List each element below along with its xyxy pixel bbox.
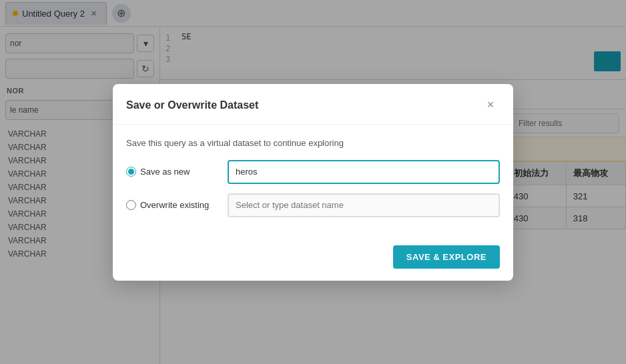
save-as-new-row: Save as new [126,160,500,184]
overwrite-existing-label[interactable]: Overwrite existing [126,200,220,210]
modal-footer: SAVE & EXPLORE [113,237,513,281]
save-and-explore-button[interactable]: SAVE & EXPLORE [393,245,500,269]
overwrite-existing-radio[interactable] [126,200,136,210]
modal-header: Save or Overwrite Dataset × [113,84,513,125]
overwrite-dataset-input[interactable] [228,193,500,217]
modal-body: Save this query as a virtual dataset to … [113,125,513,237]
modal-title: Save or Overwrite Dataset [126,99,258,111]
save-as-new-radio[interactable] [126,167,136,177]
overwrite-existing-row: Overwrite existing [126,193,500,217]
modal-subtitle: Save this query as a virtual dataset to … [126,138,500,148]
save-as-new-label[interactable]: Save as new [126,167,220,177]
save-as-new-input[interactable] [228,160,500,184]
save-as-new-text: Save as new [140,167,190,177]
modal-overlay: Save or Overwrite Dataset × Save this qu… [0,0,626,364]
modal-close-button[interactable]: × [481,96,500,115]
overwrite-existing-text: Overwrite existing [140,200,209,210]
save-overwrite-modal: Save or Overwrite Dataset × Save this qu… [113,84,513,281]
